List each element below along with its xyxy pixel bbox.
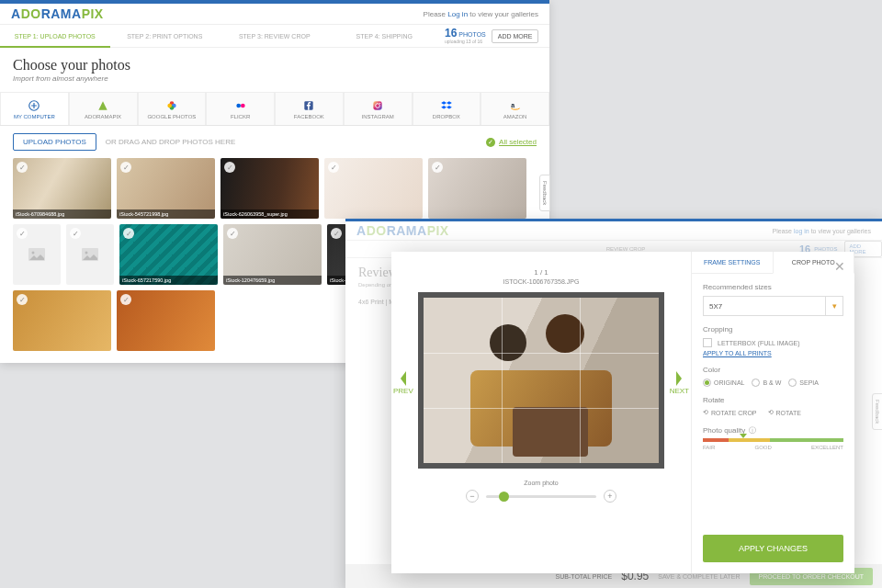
thumbnail[interactable]: ✓iStock-657217590.jpg bbox=[119, 224, 218, 285]
color-label: Color bbox=[703, 366, 843, 374]
add-more-button[interactable]: ADD MORE bbox=[492, 29, 539, 43]
thumbnail-caption: iStock-670984688.jpg bbox=[13, 209, 111, 219]
login-prompt: Please log in to view your galleries bbox=[773, 228, 871, 234]
thumbnail[interactable]: ✓iStock-626063958_super.jpg bbox=[220, 158, 319, 219]
apply-to-all-link[interactable]: APPLY TO ALL PRINTS bbox=[703, 350, 843, 356]
photo-index: 1 / 1 bbox=[534, 268, 548, 277]
select-tick-icon[interactable]: ✓ bbox=[123, 228, 134, 239]
crop-preview-pane: 1 / 1 ISTOCK-1006767358.JPG PREV NEXT Zo… bbox=[391, 252, 691, 573]
thumbnail[interactable]: ✓ bbox=[324, 158, 423, 219]
amazon-icon: a bbox=[509, 99, 522, 112]
thumbnail[interactable]: ✓ bbox=[428, 158, 526, 219]
svg-point-10 bbox=[379, 102, 380, 103]
source-amazon[interactable]: aAMAZON bbox=[481, 92, 549, 125]
select-tick-icon[interactable]: ✓ bbox=[227, 228, 238, 239]
source-my-computer[interactable]: MY COMPUTER bbox=[0, 92, 69, 125]
select-tick-icon[interactable]: ✓ bbox=[17, 294, 28, 305]
thumbnail-placeholder[interactable]: ✓ bbox=[13, 224, 61, 285]
image-placeholder-icon bbox=[79, 243, 101, 266]
upload-photos-button[interactable]: UPLOAD PHOTOS bbox=[13, 133, 96, 151]
rotate-crop-button[interactable]: ⟲ROTATE CROP bbox=[703, 409, 757, 416]
source-instagram[interactable]: INSTAGRAM bbox=[344, 92, 413, 125]
image-placeholder-icon bbox=[26, 243, 48, 266]
zoom-out-button[interactable]: − bbox=[466, 490, 479, 503]
step-review-crop[interactable]: STEP 3: REVIEW CROP bbox=[220, 25, 330, 47]
review-crop-window: ADORAMAPIX Please log in to view your ga… bbox=[345, 219, 882, 588]
letterbox-checkbox[interactable]: LETTERBOX (FULL IMAGE) bbox=[703, 338, 843, 347]
rotate-label: Rotate bbox=[703, 396, 843, 404]
login-link[interactable]: Log in bbox=[447, 10, 468, 18]
rotate-icon: ⟲ bbox=[703, 409, 708, 416]
thumbnail[interactable]: ✓iStock-670984688.jpg bbox=[13, 158, 111, 219]
feedback-tab[interactable]: Feedback bbox=[539, 175, 550, 211]
svg-point-6 bbox=[241, 103, 245, 107]
thumbnail[interactable]: ✓iStock-120476659.jpg bbox=[223, 224, 322, 285]
source-dropbox[interactable]: DROPBOX bbox=[413, 92, 481, 125]
close-icon[interactable]: ✕ bbox=[834, 259, 845, 274]
facebook-icon bbox=[302, 99, 315, 112]
upload-icon bbox=[28, 99, 40, 112]
apply-changes-button[interactable]: APPLY CHANGES bbox=[703, 535, 843, 562]
step-print-options[interactable]: STEP 2: PRINT OPTIONS bbox=[110, 25, 220, 47]
google-photos-icon bbox=[165, 99, 178, 112]
next-photo-button[interactable]: NEXT bbox=[670, 371, 689, 395]
source-google-photos[interactable]: GOOGLE PHOTOS bbox=[138, 92, 207, 125]
drag-drop-hint: OR DRAG AND DROP PHOTOS HERE bbox=[106, 138, 236, 146]
select-tick-icon[interactable]: ✓ bbox=[328, 162, 339, 173]
svg-point-13 bbox=[32, 252, 35, 254]
select-tick-icon[interactable]: ✓ bbox=[224, 162, 235, 173]
page-subtitle: Import from almost anywhere bbox=[13, 74, 537, 83]
photo-filename: ISTOCK-1006767358.JPG bbox=[503, 278, 580, 285]
size-dropdown-button[interactable]: ▾ bbox=[825, 296, 843, 316]
feedback-tab[interactable]: Feedback bbox=[872, 393, 882, 430]
all-selected-toggle[interactable]: ✓All selected bbox=[486, 138, 537, 147]
brand-logo: ADORAMAPIX bbox=[11, 6, 104, 21]
zoom-in-button[interactable]: + bbox=[604, 490, 616, 503]
crop-photo[interactable] bbox=[424, 298, 659, 463]
thumbnail-placeholder[interactable]: ✓ bbox=[66, 224, 114, 285]
select-tick-icon[interactable]: ✓ bbox=[70, 228, 81, 239]
photo-sources: MY COMPUTER ADORAMAPIX GOOGLE PHOTOS FLI… bbox=[0, 92, 549, 126]
tab-frame-settings[interactable]: FRAME SETTINGS bbox=[692, 252, 773, 274]
color-bw-radio[interactable]: B & W bbox=[752, 379, 781, 387]
color-sepia-radio[interactable]: SEPIA bbox=[788, 379, 819, 387]
step-upload[interactable]: STEP 1: UPLOAD PHOTOS bbox=[0, 25, 110, 47]
quality-scale: FAIRGOODEXCELLENT bbox=[703, 445, 843, 450]
select-tick-icon[interactable]: ✓ bbox=[17, 228, 28, 239]
select-tick-icon[interactable]: ✓ bbox=[17, 162, 28, 173]
login-prompt: Please Log in to view your galleries bbox=[424, 10, 538, 18]
thumbnail-caption: iStock-657217590.jpg bbox=[119, 276, 218, 285]
quality-marker-icon bbox=[740, 434, 747, 438]
step-shipping[interactable]: STEP 4: SHIPPING bbox=[330, 25, 440, 47]
size-select[interactable] bbox=[703, 296, 825, 316]
rotate-icon: ⟲ bbox=[768, 409, 774, 416]
window-header: ADORAMAPIX Please log in to view your ga… bbox=[345, 221, 882, 240]
zoom-slider[interactable] bbox=[486, 495, 596, 498]
svg-rect-8 bbox=[373, 101, 381, 109]
source-facebook[interactable]: FACEBOOK bbox=[275, 92, 344, 125]
source-flickr[interactable]: FLICKR bbox=[206, 92, 275, 125]
select-tick-icon[interactable]: ✓ bbox=[120, 162, 131, 173]
window-header: ADORAMAPIX Please Log in to view your ga… bbox=[0, 4, 549, 24]
color-original-radio[interactable]: ORIGINAL bbox=[703, 379, 744, 387]
source-adoramapix[interactable]: ADORAMAPIX bbox=[69, 92, 138, 125]
dialog-tabs: FRAME SETTINGS CROP PHOTO bbox=[692, 252, 854, 274]
upload-progress-text: uploading 13 of 16 bbox=[445, 39, 482, 44]
rotate-photo-button[interactable]: ⟲ROTATE bbox=[768, 409, 801, 416]
subtotal-label: SUB-TOTAL PRICE bbox=[556, 573, 613, 580]
crop-stage[interactable] bbox=[418, 292, 664, 469]
info-icon[interactable]: ⓘ bbox=[749, 425, 756, 435]
select-tick-icon[interactable]: ✓ bbox=[331, 228, 342, 239]
thumbnail[interactable]: ✓iStock-545721998.jpg bbox=[117, 158, 215, 219]
select-tick-icon[interactable]: ✓ bbox=[120, 294, 131, 305]
prev-photo-button[interactable]: PREV bbox=[393, 371, 413, 395]
cropping-label: Cropping bbox=[703, 325, 843, 334]
zoom-slider-knob[interactable] bbox=[499, 492, 509, 502]
select-tick-icon[interactable]: ✓ bbox=[432, 162, 443, 173]
thumbnail[interactable]: ✓ bbox=[13, 290, 111, 351]
crop-photo-dialog: ✕ 1 / 1 ISTOCK-1006767358.JPG PREV NEXT … bbox=[391, 252, 854, 573]
save-complete-later-link[interactable]: SAVE & COMPLETE LATER bbox=[658, 573, 740, 580]
thumbnail[interactable]: ✓ bbox=[117, 290, 215, 351]
check-icon: ✓ bbox=[486, 138, 495, 147]
zoom-label: Zoom photo bbox=[524, 480, 558, 486]
